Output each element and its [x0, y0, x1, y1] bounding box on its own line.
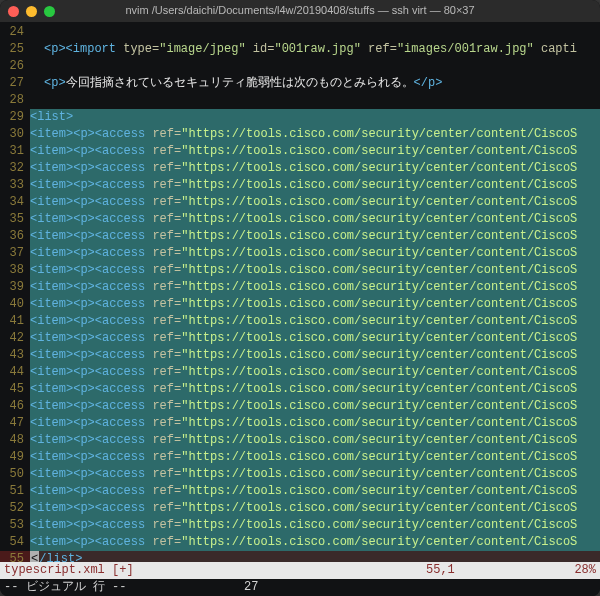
code-line: 41<item><p><access ref="https://tools.ci… [0, 313, 600, 330]
code-line: 51<item><p><access ref="https://tools.ci… [0, 483, 600, 500]
code-line: 45<item><p><access ref="https://tools.ci… [0, 381, 600, 398]
code-content: <item><p><access ref="https://tools.cisc… [30, 432, 600, 449]
code-content: <item><p><access ref="https://tools.cisc… [30, 398, 600, 415]
zoom-icon[interactable] [44, 6, 55, 17]
code-line: 44<item><p><access ref="https://tools.ci… [0, 364, 600, 381]
code-content: <item><p><access ref="https://tools.cisc… [30, 296, 600, 313]
code-content: <item><p><access ref="https://tools.cisc… [30, 534, 600, 551]
code-line: 52<item><p><access ref="https://tools.ci… [0, 500, 600, 517]
code-content: <item><p><access ref="https://tools.cisc… [30, 313, 600, 330]
code-content: <item><p><access ref="https://tools.cisc… [30, 364, 600, 381]
line-number: 38 [0, 262, 30, 279]
code-line: 54<item><p><access ref="https://tools.ci… [0, 534, 600, 551]
code-content: <item><p><access ref="https://tools.cisc… [30, 415, 600, 432]
code-content: <item><p><access ref="https://tools.cisc… [30, 449, 600, 466]
minimize-icon[interactable] [26, 6, 37, 17]
code-line: 30<item><p><access ref="https://tools.ci… [0, 126, 600, 143]
status-position: 55,1 [426, 562, 546, 579]
code-content: <item><p><access ref="https://tools.cisc… [30, 347, 600, 364]
code-line: 42<item><p><access ref="https://tools.ci… [0, 330, 600, 347]
line-number: 33 [0, 177, 30, 194]
line-number: 37 [0, 245, 30, 262]
code-line: 40<item><p><access ref="https://tools.ci… [0, 296, 600, 313]
status-filename: typescript.xml [+] [4, 562, 426, 579]
line-number: 28 [0, 92, 30, 109]
code-content: <item><p><access ref="https://tools.cisc… [30, 466, 600, 483]
line-number: 26 [0, 58, 30, 75]
code-line: 48<item><p><access ref="https://tools.ci… [0, 432, 600, 449]
line-number: 53 [0, 517, 30, 534]
code-content: <item><p><access ref="https://tools.cisc… [30, 245, 600, 262]
line-number: 46 [0, 398, 30, 415]
line-number: 27 [0, 75, 30, 92]
line-number: 54 [0, 534, 30, 551]
line-number: 47 [0, 415, 30, 432]
code-content: <item><p><access ref="https://tools.cisc… [30, 330, 600, 347]
line-number: 31 [0, 143, 30, 160]
code-line: 49<item><p><access ref="https://tools.ci… [0, 449, 600, 466]
status-percent: 28% [546, 562, 596, 579]
code-content: <item><p><access ref="https://tools.cisc… [30, 211, 600, 228]
code-content: <item><p><access ref="https://tools.cisc… [30, 500, 600, 517]
line-number: 49 [0, 449, 30, 466]
code-content: <item><p><access ref="https://tools.cisc… [30, 262, 600, 279]
line-number: 51 [0, 483, 30, 500]
line-number: 40 [0, 296, 30, 313]
line-number: 24 [0, 24, 30, 41]
status-bar: typescript.xml [+] 55,1 28% [0, 562, 600, 579]
code-content: <item><p><access ref="https://tools.cisc… [30, 126, 600, 143]
code-content: <item><p><access ref="https://tools.cisc… [30, 483, 600, 500]
line-number: 30 [0, 126, 30, 143]
code-content: <item><p><access ref="https://tools.cisc… [30, 381, 600, 398]
line-number: 32 [0, 160, 30, 177]
code-content: <list> [30, 109, 600, 126]
code-line: 53<item><p><access ref="https://tools.ci… [0, 517, 600, 534]
visual-count: 27 [244, 579, 484, 596]
code-line: 24 [0, 24, 600, 41]
code-content: </list> [30, 551, 600, 562]
line-number: 41 [0, 313, 30, 330]
code-line: 35<item><p><access ref="https://tools.ci… [0, 211, 600, 228]
close-icon[interactable] [8, 6, 19, 17]
line-number: 48 [0, 432, 30, 449]
code-line: 36<item><p><access ref="https://tools.ci… [0, 228, 600, 245]
line-number: 42 [0, 330, 30, 347]
titlebar: nvim /Users/daichi/Documents/l4w/2019040… [0, 0, 600, 22]
line-number: 50 [0, 466, 30, 483]
code-content: <p>今回指摘されているセキュリティ脆弱性は次のものとみられる。</p> [30, 75, 600, 92]
code-content: <item><p><access ref="https://tools.cisc… [30, 517, 600, 534]
code-line: 37<item><p><access ref="https://tools.ci… [0, 245, 600, 262]
code-line: 43<item><p><access ref="https://tools.ci… [0, 347, 600, 364]
code-content: <item><p><access ref="https://tools.cisc… [30, 177, 600, 194]
line-number: 29 [0, 109, 30, 126]
code-content: <item><p><access ref="https://tools.cisc… [30, 143, 600, 160]
terminal-window: nvim /Users/daichi/Documents/l4w/2019040… [0, 0, 600, 596]
editor-viewport[interactable]: 2425<p><import type="image/jpeg" id="001… [0, 22, 600, 562]
code-line: 50<item><p><access ref="https://tools.ci… [0, 466, 600, 483]
code-line: 27<p>今回指摘されているセキュリティ脆弱性は次のものとみられる。</p> [0, 75, 600, 92]
code-content: <item><p><access ref="https://tools.cisc… [30, 228, 600, 245]
line-number: 43 [0, 347, 30, 364]
window-title: nvim /Users/daichi/Documents/l4w/2019040… [0, 3, 600, 19]
code-line: 34<item><p><access ref="https://tools.ci… [0, 194, 600, 211]
line-number: 36 [0, 228, 30, 245]
code-line: 47<item><p><access ref="https://tools.ci… [0, 415, 600, 432]
code-line: 28 [0, 92, 600, 109]
mode-indicator: -- ビジュアル 行 -- [4, 579, 244, 596]
code-line: 38<item><p><access ref="https://tools.ci… [0, 262, 600, 279]
code-line: 46<item><p><access ref="https://tools.ci… [0, 398, 600, 415]
code-content: <item><p><access ref="https://tools.cisc… [30, 194, 600, 211]
traffic-lights [8, 6, 55, 17]
line-number: 45 [0, 381, 30, 398]
code-line: 32<item><p><access ref="https://tools.ci… [0, 160, 600, 177]
code-line: 55</list> [0, 551, 600, 562]
code-content: <item><p><access ref="https://tools.cisc… [30, 160, 600, 177]
line-number: 44 [0, 364, 30, 381]
code-content: <p><import type="image/jpeg" id="001raw.… [30, 41, 600, 58]
command-line: -- ビジュアル 行 -- 27 [0, 579, 600, 596]
code-content: <item><p><access ref="https://tools.cisc… [30, 279, 600, 296]
line-number: 35 [0, 211, 30, 228]
line-number: 39 [0, 279, 30, 296]
line-number: 52 [0, 500, 30, 517]
line-number: 25 [0, 41, 30, 58]
